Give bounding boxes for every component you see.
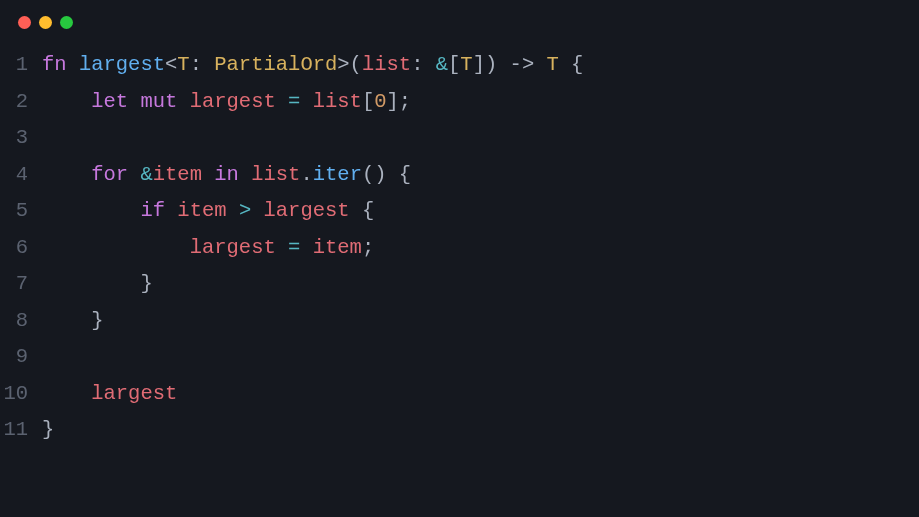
code-content: [42, 120, 919, 157]
line-number: 7: [0, 266, 42, 303]
code-line: 6 largest = item;: [0, 230, 919, 267]
token: >: [239, 199, 251, 222]
zoom-icon[interactable]: [60, 16, 73, 29]
token: ];: [387, 90, 412, 113]
line-number: 4: [0, 157, 42, 194]
token: [202, 163, 214, 186]
token: }: [140, 272, 152, 295]
token: [42, 90, 91, 113]
token: PartialOrd: [214, 53, 337, 76]
token: [165, 199, 177, 222]
token: ;: [362, 236, 374, 259]
token: }: [91, 309, 103, 332]
token: [: [362, 90, 374, 113]
token: <: [165, 53, 177, 76]
line-number: 5: [0, 193, 42, 230]
token: =: [288, 90, 300, 113]
line-number: 1: [0, 47, 42, 84]
token: T: [177, 53, 189, 76]
token: [276, 90, 288, 113]
token: [: [448, 53, 460, 76]
token: &: [436, 53, 448, 76]
token: =: [288, 236, 300, 259]
line-number: 10: [0, 376, 42, 413]
token: iter: [313, 163, 362, 186]
code-content: }: [42, 412, 919, 449]
token: &: [140, 163, 152, 186]
token: () {: [362, 163, 411, 186]
code-content: largest = item;: [42, 230, 919, 267]
token: item: [313, 236, 362, 259]
code-line: 10 largest: [0, 376, 919, 413]
token: for: [91, 163, 128, 186]
token: largest: [91, 382, 177, 405]
token: item: [153, 163, 202, 186]
token: T: [546, 53, 558, 76]
token: [42, 382, 91, 405]
token: [42, 199, 140, 222]
code-line: 9: [0, 339, 919, 376]
token: :: [411, 53, 436, 76]
token: }: [42, 418, 54, 441]
token: list: [251, 163, 300, 186]
code-line: 7 }: [0, 266, 919, 303]
line-number: 9: [0, 339, 42, 376]
line-number: 8: [0, 303, 42, 340]
line-number: 2: [0, 84, 42, 121]
minimize-icon[interactable]: [39, 16, 52, 29]
code-line: 8 }: [0, 303, 919, 340]
code-line: 3: [0, 120, 919, 157]
token: largest: [190, 90, 276, 113]
token: ->: [510, 53, 547, 76]
code-content: [42, 339, 919, 376]
close-icon[interactable]: [18, 16, 31, 29]
token: [227, 199, 239, 222]
line-number: 3: [0, 120, 42, 157]
token: [177, 90, 189, 113]
token: {: [559, 53, 584, 76]
token: [42, 163, 91, 186]
token: [300, 236, 312, 259]
token: {: [350, 199, 375, 222]
token: T: [460, 53, 472, 76]
token: largest: [190, 236, 276, 259]
token: [300, 90, 312, 113]
token: largest: [79, 53, 165, 76]
line-number: 6: [0, 230, 42, 267]
token: [276, 236, 288, 259]
code-editor: 1fn largest<T: PartialOrd>(list: &[T]) -…: [0, 39, 919, 449]
code-line: 11}: [0, 412, 919, 449]
token: 0: [374, 90, 386, 113]
code-line: 1fn largest<T: PartialOrd>(list: &[T]) -…: [0, 47, 919, 84]
token: :: [190, 53, 215, 76]
line-number: 11: [0, 412, 42, 449]
token: in: [214, 163, 239, 186]
token: largest: [264, 199, 350, 222]
token: [42, 236, 190, 259]
code-content: largest: [42, 376, 919, 413]
window-titlebar: [0, 0, 919, 39]
token: item: [177, 199, 226, 222]
code-content: if item > largest {: [42, 193, 919, 230]
token: if: [140, 199, 165, 222]
code-line: 2 let mut largest = list[0];: [0, 84, 919, 121]
token: [128, 163, 140, 186]
code-line: 5 if item > largest {: [0, 193, 919, 230]
token: list: [313, 90, 362, 113]
code-content: let mut largest = list[0];: [42, 84, 919, 121]
code-content: fn largest<T: PartialOrd>(list: &[T]) ->…: [42, 47, 919, 84]
token: [251, 199, 263, 222]
code-content: for &item in list.iter() {: [42, 157, 919, 194]
code-content: }: [42, 303, 919, 340]
token: .: [300, 163, 312, 186]
token: [239, 163, 251, 186]
token: >(: [337, 53, 362, 76]
code-line: 4 for &item in list.iter() {: [0, 157, 919, 194]
token: ]): [473, 53, 510, 76]
token: [42, 309, 91, 332]
token: fn: [42, 53, 79, 76]
token: let mut: [91, 90, 177, 113]
token: [42, 272, 140, 295]
token: list: [362, 53, 411, 76]
code-content: }: [42, 266, 919, 303]
